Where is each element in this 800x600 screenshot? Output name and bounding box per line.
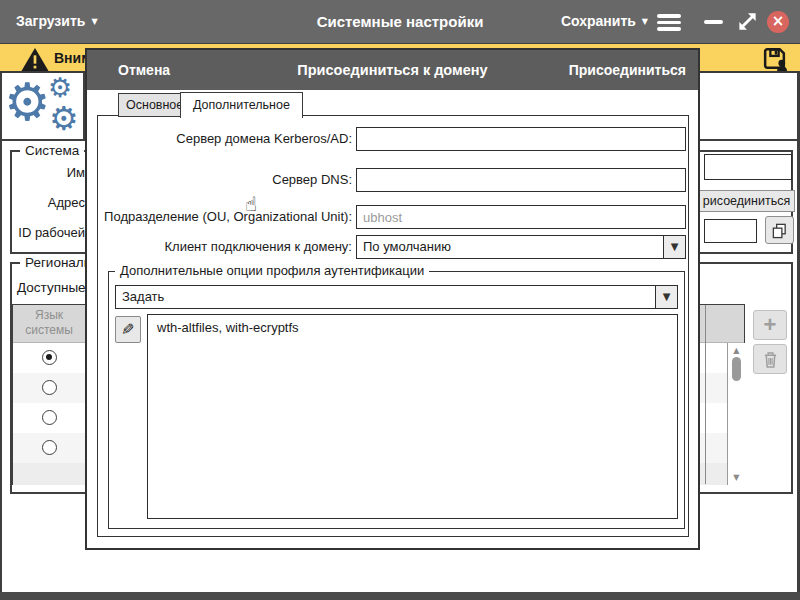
hostname-label: Им <box>12 165 85 180</box>
maximize-icon[interactable] <box>736 10 759 33</box>
join-domain-button[interactable]: рисоединиться <box>698 190 795 212</box>
auth-options-textarea[interactable]: wth-altfiles, with-ecryptfs <box>147 314 678 519</box>
auth-options-legend: Дополнительные опции профиля аутентифика… <box>115 263 429 278</box>
warning-icon <box>20 47 50 72</box>
kerberos-server-input[interactable] <box>356 127 686 151</box>
edit-options-button[interactable]: ✎ <box>115 316 141 343</box>
kerberos-server-label: Сервер домена Kerberos/AD: <box>98 127 352 151</box>
close-icon[interactable]: × <box>767 11 789 33</box>
system-groupbox-legend: Система <box>20 143 84 158</box>
scroll-down-icon[interactable]: ▼ <box>728 473 745 482</box>
workgroup-id-input[interactable] <box>704 219 757 243</box>
gear-icon: ⚙ <box>48 74 72 101</box>
ou-label: Подразделение (OU, Organizational Unit): <box>98 205 352 229</box>
gear-icon: ⚙ <box>4 76 51 128</box>
dropdown-arrow-icon[interactable]: ▼ <box>655 286 677 308</box>
save-menu-label: Сохранить <box>561 13 636 29</box>
minimize-icon[interactable] <box>704 20 723 24</box>
settings-gears-icon: ⚙ ⚙ ⚙ <box>2 74 82 138</box>
scrollbar-thumb[interactable] <box>732 357 741 381</box>
radio-button[interactable] <box>42 440 57 455</box>
delete-language-button[interactable] <box>753 344 787 374</box>
domain-client-label: Клиент подключения к домену: <box>98 235 352 259</box>
gear-icon: ⚙ <box>49 102 79 135</box>
domain-client-value: По умолчанию <box>363 236 451 257</box>
save-menu-button[interactable]: Сохранить▼ <box>561 13 648 29</box>
scrollbar[interactable]: ▲ ▼ <box>727 343 745 485</box>
dns-server-label: Сервер DNS: <box>98 168 352 192</box>
cursor-hand-icon: ☝ <box>245 192 257 216</box>
auth-options-mode-value: Задать <box>122 286 164 307</box>
window-left-border <box>0 73 2 592</box>
join-domain-dialog: Отмена Присоединиться к домену Присоедин… <box>85 48 700 550</box>
hamburger-menu-icon[interactable] <box>657 14 681 34</box>
radio-button[interactable] <box>42 380 57 395</box>
add-language-button[interactable]: + <box>753 310 787 340</box>
top-toolbar: Загрузить▼ Системные настройки Сохранить… <box>0 0 800 44</box>
domain-client-select[interactable]: По умолчанию ▼ <box>356 235 686 259</box>
auth-options-groupbox: Дополнительные опции профиля аутентифика… <box>108 271 685 529</box>
window-bottom-bar <box>0 592 800 600</box>
tab-additional[interactable]: Дополнительное <box>180 92 303 118</box>
radio-button[interactable] <box>42 350 57 365</box>
table-column-divider <box>705 305 706 484</box>
language-table-header-cell: Язык системы <box>13 308 85 338</box>
dialog-header: Отмена Присоединиться к домену Присоедин… <box>87 50 698 90</box>
save-file-icon[interactable] <box>761 45 788 72</box>
dns-server-input[interactable] <box>356 168 686 192</box>
ou-input[interactable] <box>356 205 686 229</box>
trash-icon <box>763 351 778 368</box>
scroll-up-icon[interactable]: ▲ <box>728 346 745 355</box>
auth-options-mode-select[interactable]: Задать ▼ <box>115 285 678 309</box>
chevron-down-icon: ▼ <box>642 17 648 26</box>
hostname-input[interactable] <box>704 154 792 180</box>
copy-icon <box>771 222 788 239</box>
workgroup-id-label: ID рабочей <box>12 225 85 240</box>
address-label: Адрес <box>12 195 85 210</box>
tab-panel: Сервер домена Kerberos/AD: Сервер DNS: П… <box>97 115 689 537</box>
copy-button[interactable] <box>765 216 794 244</box>
join-button[interactable]: Присоединиться <box>569 50 686 90</box>
screen: Загрузить▼ Системные настройки Сохранить… <box>0 0 800 600</box>
pencil-icon: ✎ <box>121 322 134 338</box>
dropdown-arrow-icon[interactable]: ▼ <box>663 236 685 258</box>
radio-button[interactable] <box>42 410 57 425</box>
